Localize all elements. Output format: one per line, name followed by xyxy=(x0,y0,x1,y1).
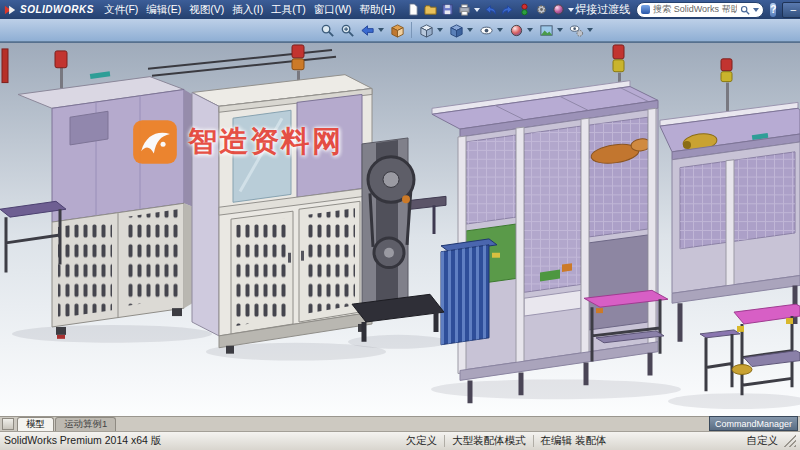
appearance-sphere-icon[interactable] xyxy=(550,2,566,18)
redo-icon[interactable] xyxy=(499,2,515,18)
tab-motion-study[interactable]: 运动算例1 xyxy=(55,417,116,431)
commandmanager-label-text: CommandManager xyxy=(715,419,792,429)
apply-scene-icon[interactable] xyxy=(537,21,555,39)
solidworks-window: SOLIDWORKS 文件(F) 编辑(E) 视图(V) 插入(I) 工具(T)… xyxy=(0,0,800,450)
status-customize-button[interactable]: 自定义 xyxy=(747,434,779,448)
menu-help[interactable]: 帮助(H) xyxy=(356,3,400,17)
status-version: SolidWorks Premium 2014 x64 版 xyxy=(4,434,161,448)
view-orientation-cube-icon[interactable] xyxy=(417,21,435,39)
view-toolbar xyxy=(0,19,800,42)
search-dropdown-chevron-icon[interactable] xyxy=(753,8,759,12)
dropdown-chevron-icon[interactable] xyxy=(437,28,443,32)
dropdown-chevron-icon[interactable] xyxy=(568,8,574,12)
assembly-3d-model[interactable] xyxy=(0,43,800,416)
pane-splitter-handle[interactable] xyxy=(2,418,14,430)
commandmanager-label[interactable]: CommandManager xyxy=(709,416,798,431)
minimize-button[interactable]: – xyxy=(782,2,800,18)
options-gear-icon[interactable] xyxy=(533,2,549,18)
quick-access-toolbar xyxy=(405,2,575,18)
signal-lamp-red[interactable] xyxy=(613,45,624,59)
signal-lamp-yellow[interactable] xyxy=(721,72,732,82)
status-edit-state: 在编辑 装配体 xyxy=(541,434,607,448)
rebuild-icon[interactable] xyxy=(516,2,532,18)
resize-grip[interactable] xyxy=(784,435,796,447)
section-view-icon[interactable] xyxy=(388,21,406,39)
dropdown-chevron-icon[interactable] xyxy=(467,28,473,32)
menu-tools[interactable]: 工具(T) xyxy=(267,3,309,17)
search-magnifier-icon[interactable] xyxy=(740,5,750,15)
dropdown-chevron-icon[interactable] xyxy=(527,28,533,32)
signal-lamp-red[interactable] xyxy=(55,51,67,68)
status-assembly-mode: 大型装配体模式 xyxy=(452,434,526,448)
dropdown-chevron-icon[interactable] xyxy=(587,28,593,32)
study-tab-bar: 模型 运动算例1 xyxy=(0,416,800,431)
menu-window[interactable]: 窗口(W) xyxy=(310,3,356,17)
signal-lamp-red[interactable] xyxy=(721,59,732,71)
new-document-icon[interactable] xyxy=(405,2,421,18)
center-enclosure[interactable] xyxy=(192,45,372,354)
status-definition: 欠定义 xyxy=(406,434,438,448)
dropdown-chevron-icon[interactable] xyxy=(497,28,503,32)
menu-edit[interactable]: 编辑(E) xyxy=(142,3,185,17)
dropdown-chevron-icon[interactable] xyxy=(474,8,480,12)
search-scope-icon[interactable] xyxy=(641,5,650,14)
dropdown-chevron-icon[interactable] xyxy=(378,28,384,32)
help-button[interactable]: ? xyxy=(770,3,776,17)
print-icon[interactable] xyxy=(456,2,472,18)
hide-show-items-icon[interactable] xyxy=(477,21,495,39)
edit-appearance-icon[interactable] xyxy=(507,21,525,39)
signal-lamp-yellow[interactable] xyxy=(613,60,624,72)
graphics-viewport[interactable]: 智造资料网 xyxy=(0,42,800,416)
undo-icon[interactable] xyxy=(482,2,498,18)
menu-insert[interactable]: 插入(I) xyxy=(228,3,267,17)
zoom-area-icon[interactable] xyxy=(338,21,356,39)
previous-view-icon[interactable] xyxy=(358,21,376,39)
tab-model[interactable]: 模型 xyxy=(17,417,54,431)
display-style-icon[interactable] xyxy=(447,21,465,39)
signal-lamp-orange[interactable] xyxy=(292,59,304,70)
help-search-input[interactable]: 搜索 SolidWorks 帮助 xyxy=(636,2,764,18)
signal-lamp-red[interactable] xyxy=(292,45,304,58)
solidworks-logo-icon xyxy=(4,4,16,16)
zoom-fit-icon[interactable] xyxy=(318,21,336,39)
tab-motion-study-label: 运动算例1 xyxy=(64,418,107,431)
search-placeholder: 搜索 SolidWorks 帮助 xyxy=(653,3,737,16)
menu-file[interactable]: 文件(F) xyxy=(100,3,142,17)
open-folder-icon[interactable] xyxy=(422,2,438,18)
tab-model-label: 模型 xyxy=(26,418,45,431)
window-controls: – □ × xyxy=(782,2,800,18)
menu-view[interactable]: 视图(V) xyxy=(185,3,228,17)
document-title: 焊接过渡线 xyxy=(575,2,630,17)
help-glyph: ? xyxy=(770,4,776,15)
save-icon[interactable] xyxy=(439,2,455,18)
brand-name: SOLIDWORKS xyxy=(20,4,94,15)
dropdown-chevron-icon[interactable] xyxy=(557,28,563,32)
view-settings-icon[interactable] xyxy=(567,21,585,39)
title-bar: SOLIDWORKS 文件(F) 编辑(E) 视图(V) 插入(I) 工具(T)… xyxy=(0,0,800,19)
status-bar: SolidWorks Premium 2014 x64 版 欠定义 大型装配体模… xyxy=(0,431,800,450)
